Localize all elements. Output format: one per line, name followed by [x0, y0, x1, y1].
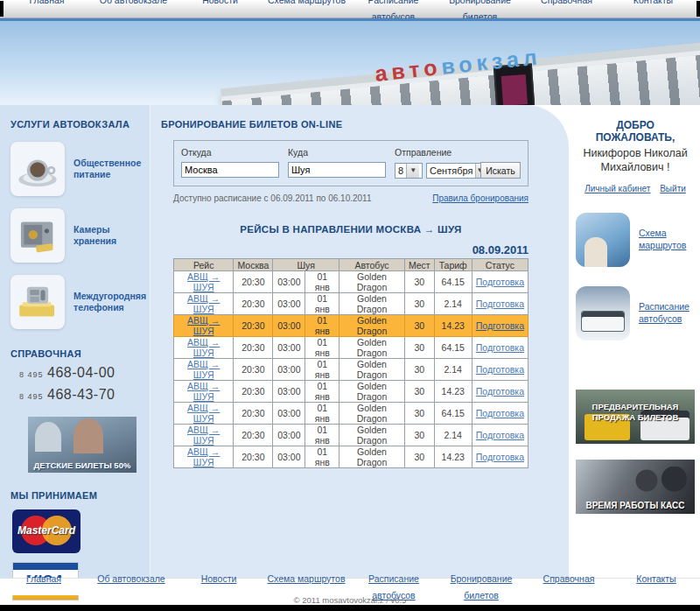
top-nav: ГлавнаяОб автовокзалеНовостиСхема маршру… [0, 0, 700, 18]
booking-title: БРОНИРОВАНИЕ БИЛЕТОВ ON-LINE [161, 119, 528, 130]
service-label: Камеры хранения [74, 224, 144, 247]
welcome-heading: ДОБРО ПОЖАЛОВАТЬ, [576, 119, 695, 144]
main-column: БРОНИРОВАНИЕ БИЛЕТОВ ON-LINE Откуда Куда… [150, 105, 569, 578]
route-link[interactable]: АВЩ → ШУЯ [187, 403, 220, 424]
table-row: АВЩ → ШУЯ20:3003:0001 янвGolden Dragon30… [174, 381, 528, 403]
table-row: АВЩ → ШУЯ20:3003:0001 янвGolden Dragon30… [174, 359, 528, 381]
presale-banner[interactable]: ПРЕДВАРИТЕЛЬНАЯ ПРОДАЖА БИЛЕТОВ [576, 390, 695, 444]
table-row: АВЩ → ШУЯ20:3003:0001 янвGolden Dragon30… [174, 337, 528, 359]
logout-link[interactable]: Выйти [660, 184, 686, 193]
route-link[interactable]: АВЩ → ШУЯ [187, 359, 220, 380]
bottom-bar [0, 605, 700, 611]
service-item-telephony[interactable]: Междугородняя телефония [10, 275, 144, 329]
account-link[interactable]: Личный кабинет [584, 184, 650, 193]
service-item-lockers[interactable]: Камеры хранения [10, 208, 144, 263]
route-link[interactable]: АВЩ → ШУЯ [187, 425, 220, 446]
status-link[interactable]: Подготовка [476, 364, 524, 375]
timetable-link[interactable]: Расписание автобусов [639, 301, 695, 325]
chevron-down-icon: ▼ [406, 164, 419, 178]
content-area: УСЛУГИ АВТОВОКЗАЛА Общественное питание … [0, 105, 700, 578]
route-link[interactable]: АВЩ → ШУЯ [187, 337, 220, 358]
left-sidebar: УСЛУГИ АВТОВОКЗАЛА Общественное питание … [0, 105, 150, 578]
from-label: Откуда [181, 147, 279, 158]
month-select[interactable]: Сентября ▼ [426, 163, 480, 179]
phone-number: 8 495 468-04-00 [19, 365, 144, 381]
user-name: Никифоров Николай Михайлович ! [576, 146, 695, 175]
status-link[interactable]: Подготовка [476, 452, 524, 462]
services-title: УСЛУГИ АВТОВОКЗАЛА [10, 119, 144, 130]
route-link[interactable]: АВЩ → ШУЯ [187, 293, 220, 314]
phone-icon [10, 275, 65, 329]
info-title: СПРАВОЧНАЯ [10, 348, 144, 359]
scheme-link-row: Схема маршрутов [576, 213, 695, 267]
col-moscow: Москва [234, 259, 273, 271]
bus-timetable-image[interactable] [576, 286, 630, 341]
departure-label: Отправление [395, 147, 521, 158]
col-status: Статус [472, 259, 528, 271]
status-link[interactable]: Подготовка [476, 408, 524, 418]
mastercard-logo: MasterCard [12, 509, 80, 553]
route-link[interactable]: АВЩ → ШУЯ [187, 271, 220, 292]
footer-nav: ГлавнаяОб автовокзалеНовостиСхема маршру… [0, 578, 700, 595]
copyright: © 2011 mosavtovokzal.z / v0.5 [0, 595, 700, 605]
routes-title: РЕЙСЫ В НАПРАВЛЕНИИ МОСКВА → ШУЯ [161, 224, 528, 235]
booking-rules-link[interactable]: Правила бронирования [432, 193, 528, 203]
routes-table: Рейс Москва Шуя Автобус Мест Тариф Стату… [173, 258, 528, 468]
page: ГлавнаяОб автовокзалеНовостиСхема маршру… [0, 0, 700, 611]
nav-edge-right [696, 1, 700, 17]
blue-panel: УСЛУГИ АВТОВОКЗАЛА Общественное питание … [0, 105, 569, 578]
status-link[interactable]: Подготовка [476, 342, 524, 353]
table-row: АВЩ → ШУЯ20:3003:0001 янвGolden Dragon30… [174, 446, 528, 468]
service-label: Междугородняя телефония [74, 291, 146, 313]
status-link[interactable]: Подготовка [476, 320, 524, 331]
payments-title: МЫ ПРИНИМАЕМ [10, 490, 144, 501]
table-row: АВЩ → ШУЯ20:3003:0001 янвGolden Dragon30… [174, 425, 528, 446]
booking-form: Откуда Куда Отправление 8 ▼ [173, 140, 528, 186]
table-row: АВЩ → ШУЯ20:3003:0001 янвGolden Dragon30… [174, 315, 528, 337]
schedule-note: Доступно расписание с 06.09.2011 по 06.1… [173, 193, 371, 203]
table-header-row: Рейс Москва Шуя Автобус Мест Тариф Стату… [174, 259, 528, 271]
timetable-link-row: Расписание автобусов [576, 286, 695, 341]
status-link[interactable]: Подготовка [476, 386, 524, 397]
hero-photo: автовокзал [0, 21, 700, 105]
col-tariff: Тариф [434, 259, 472, 271]
scheme-link[interactable]: Схема маршрутов [639, 228, 695, 251]
col-bus: Автобус [340, 259, 405, 271]
table-row: АВЩ → ШУЯ20:3003:0001 янвGolden Dragon30… [174, 403, 528, 425]
service-label: Общественное питание [74, 158, 144, 180]
kids-tickets-banner[interactable]: ДЕТСКИЕ БИЛЕТЫ 50% [28, 417, 136, 473]
col-route: Рейс [174, 259, 234, 271]
col-seats: Мест [404, 259, 434, 271]
kassa-hours-banner[interactable]: ВРЕМЯ РАБОТЫ КАСС [576, 460, 695, 514]
routes-date: 08.09.2011 [173, 243, 528, 256]
status-link[interactable]: Подготовка [476, 298, 524, 309]
kids-banner-text: ДЕТСКИЕ БИЛЕТЫ 50% [28, 460, 136, 470]
col-shuya: Шуя [273, 259, 340, 271]
from-input[interactable] [181, 162, 279, 178]
route-link[interactable]: АВЩ → ШУЯ [187, 315, 220, 336]
right-sidebar: ДОБРО ПОЖАЛОВАТЬ, Никифоров Николай Миха… [569, 105, 700, 578]
route-link[interactable]: АВЩ → ШУЯ [187, 381, 220, 402]
day-select[interactable]: 8 ▼ [395, 163, 423, 179]
table-row: АВЩ → ШУЯ20:3003:0001 янвGolden Dragon30… [174, 271, 528, 293]
queue-photo [628, 467, 690, 502]
to-label: Куда [288, 147, 386, 158]
to-input[interactable] [288, 162, 386, 178]
safe-icon [10, 208, 65, 263]
coffee-cup-icon [10, 142, 65, 196]
search-button[interactable]: Искать [480, 162, 521, 179]
service-item-catering[interactable]: Общественное питание [10, 142, 144, 196]
status-link[interactable]: Подготовка [476, 430, 524, 440]
table-row: АВЩ → ШУЯ20:3003:0001 янвGolden Dragon30… [174, 293, 528, 315]
status-link[interactable]: Подготовка [476, 277, 524, 287]
route-scheme-image[interactable] [576, 213, 630, 267]
phone-number: 8 495 468-43-70 [19, 387, 144, 403]
routes-table-body: АВЩ → ШУЯ20:3003:0001 янвGolden Dragon30… [174, 271, 528, 468]
route-link[interactable]: АВЩ → ШУЯ [187, 446, 220, 467]
